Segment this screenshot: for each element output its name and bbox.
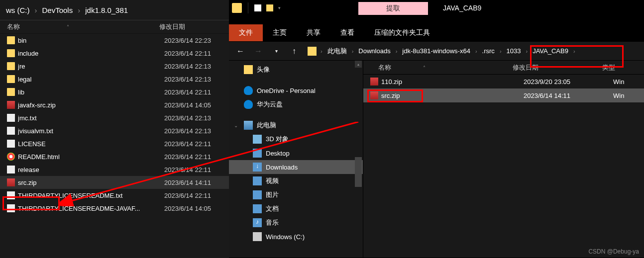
file-row[interactable]: 110.zip 2023/9/20 23:05 Win	[363, 75, 644, 88]
file-date: 2023/6/14 22:11	[164, 153, 224, 161]
left-file-list: bin 2023/6/14 22:23 include 2023/6/14 22…	[0, 34, 229, 215]
nav-item[interactable]: 音乐	[229, 216, 363, 230]
file-row[interactable]: LICENSE 2023/6/14 22:11	[0, 137, 229, 150]
file-date: 2023/6/14 22:13	[164, 114, 224, 122]
right-explorer-window: ▾ 提取 JAVA_CAB9 文件 主页 共享 查看 压缩的文件夹工具 ← → …	[229, 0, 644, 258]
folder-icon	[7, 75, 15, 83]
sort-ascending-icon: ˄	[393, 65, 426, 71]
file-row[interactable]: THIRDPARTYLICENSEREADME.txt 2023/6/14 22…	[0, 189, 229, 202]
breadcrumb-item[interactable]: .rsrc	[478, 45, 499, 57]
up-button[interactable]: ↑	[290, 47, 299, 56]
extract-context-tab[interactable]: 提取	[358, 2, 428, 15]
file-date: 2023/6/14 22:11	[164, 166, 224, 173]
breadcrumb-item[interactable]: Downloads	[354, 45, 394, 57]
file-date: 2023/6/14 22:11	[164, 50, 224, 57]
pc-icon	[244, 121, 253, 130]
properties-icon[interactable]	[254, 4, 261, 11]
chevron-right-icon[interactable]: ›	[474, 48, 478, 54]
chevron-right-icon[interactable]: ›	[320, 48, 323, 54]
file-name: src.zip	[18, 179, 164, 186]
file-row[interactable]: jre 2023/6/14 22:13	[0, 60, 229, 73]
file-row[interactable]: THIRDPARTYLICENSEREADME-JAVAF... 2023/6/…	[0, 202, 229, 215]
chevron-right-icon[interactable]: ›	[395, 48, 399, 54]
left-column-header[interactable]: 名称 ˄ 修改日期	[0, 20, 229, 34]
new-folder-icon[interactable]	[266, 4, 273, 11]
column-date-header[interactable]: 修改日期	[513, 63, 602, 72]
ribbon-context-label[interactable]: 压缩的文件夹工具	[364, 24, 440, 41]
file-row[interactable]: jmc.txt 2023/6/14 22:13	[0, 111, 229, 124]
nav-item[interactable]: 视频	[229, 174, 363, 188]
file-row[interactable]: src.zip 2023/6/14 14:11 Win	[363, 88, 644, 102]
nav-label: 音乐	[266, 218, 279, 227]
forward-button[interactable]: →	[254, 47, 263, 56]
breadcrumb-item[interactable]: JAVA_CAB9	[529, 45, 572, 57]
file-row[interactable]: README.html 2023/6/14 22:11	[0, 150, 229, 163]
breadcrumb-item[interactable]: 1033	[503, 45, 525, 57]
nav-item[interactable]: ⌄此电脑	[229, 118, 363, 132]
expand-icon[interactable]: ⌄	[234, 123, 240, 128]
recent-dropdown-icon[interactable]: ▾	[272, 47, 281, 56]
file-row[interactable]: include 2023/6/14 22:11	[0, 47, 229, 60]
file-row[interactable]: bin 2023/6/14 22:23	[0, 34, 229, 47]
column-name-header[interactable]: 名称 ˄	[0, 22, 159, 31]
scrollbar[interactable]: ▴	[355, 61, 362, 258]
tab-view[interactable]: 查看	[330, 24, 364, 41]
nav-label: 华为云盘	[257, 100, 283, 109]
file-row[interactable]: release 2023/6/14 22:11	[0, 163, 229, 176]
folder-icon	[7, 88, 15, 96]
desktop-icon	[253, 149, 262, 158]
file-row[interactable]: lib 2023/6/14 22:11	[0, 86, 229, 98]
nav-item[interactable]: 华为云盘	[229, 97, 363, 111]
file-row[interactable]: legal 2023/6/14 22:13	[0, 73, 229, 86]
dropdown-icon[interactable]: ▾	[278, 5, 281, 10]
chevron-right-icon[interactable]: ›	[572, 48, 576, 54]
folder-icon	[7, 62, 15, 70]
ribbon-tabs: 文件 主页 共享 查看 压缩的文件夹工具	[229, 24, 644, 42]
nav-item[interactable]: 头像	[229, 63, 363, 77]
nav-label: 头像	[257, 65, 270, 74]
tab-file[interactable]: 文件	[229, 24, 263, 41]
nav-item[interactable]: OneDrive - Personal	[229, 84, 363, 97]
nav-item[interactable]: 图片	[229, 188, 363, 202]
breadcrumb-item[interactable]: jdk-8u381-windows-x64	[398, 45, 474, 57]
address-bar[interactable]: › 此电脑 › Downloads › jdk-8u381-windows-x6…	[308, 45, 644, 58]
breadcrumb-item[interactable]: ws (C:)	[2, 4, 34, 16]
file-date: 2023/6/14 14:05	[164, 205, 224, 212]
nav-item[interactable]: 文档	[229, 202, 363, 216]
nav-item[interactable]: Windows (C:)	[229, 230, 363, 244]
chevron-right-icon[interactable]: ›	[525, 48, 529, 54]
column-type-header[interactable]: 类型	[602, 63, 632, 72]
file-row[interactable]: jvisualvm.txt 2023/6/14 22:13	[0, 124, 229, 137]
tab-home[interactable]: 主页	[263, 24, 297, 41]
file-name: THIRDPARTYLICENSEREADME.txt	[18, 192, 164, 199]
nav-label: 3D 对象	[266, 135, 289, 144]
column-name-header[interactable]: 名称 ˄	[363, 63, 513, 72]
file-date: 2023/9/20 23:05	[524, 78, 613, 86]
breadcrumb-item[interactable]: jdk1.8.0_381	[81, 4, 132, 16]
scroll-up-icon[interactable]: ▴	[355, 61, 362, 68]
chevron-right-icon[interactable]: ›	[351, 48, 355, 54]
nav-item[interactable]: 3D 对象	[229, 132, 363, 146]
txt-icon	[7, 140, 15, 148]
file-row[interactable]: src.zip 2023/6/14 14:11	[0, 176, 229, 189]
nav-item[interactable]: Downloads	[229, 160, 363, 174]
nav-label: Downloads	[266, 164, 298, 171]
right-column-header[interactable]: 名称 ˄ 修改日期 类型	[363, 61, 644, 75]
breadcrumb-item[interactable]: 此电脑	[323, 45, 351, 58]
nav-item[interactable]: Desktop	[229, 146, 363, 160]
scroll-thumb[interactable]	[355, 157, 362, 187]
breadcrumb-item[interactable]: DevTools	[38, 4, 77, 16]
zip-icon	[7, 178, 15, 186]
tab-share[interactable]: 共享	[297, 24, 330, 41]
chevron-right-icon[interactable]: ›	[499, 48, 503, 54]
file-date: 2023/6/14 14:11	[164, 179, 224, 186]
html-icon	[7, 153, 15, 161]
file-date: 2023/6/14 22:11	[164, 140, 224, 148]
titlebar: ▾ 提取 JAVA_CAB9	[229, 0, 644, 24]
file-row[interactable]: javafx-src.zip 2023/6/14 14:05	[0, 98, 229, 111]
back-button[interactable]: ←	[236, 47, 245, 56]
nav-label: OneDrive - Personal	[257, 87, 316, 94]
cloud-icon	[244, 86, 253, 95]
left-breadcrumb[interactable]: ws (C:) › DevTools › jdk1.8.0_381	[0, 0, 229, 20]
column-date-header[interactable]: 修改日期	[159, 22, 219, 31]
